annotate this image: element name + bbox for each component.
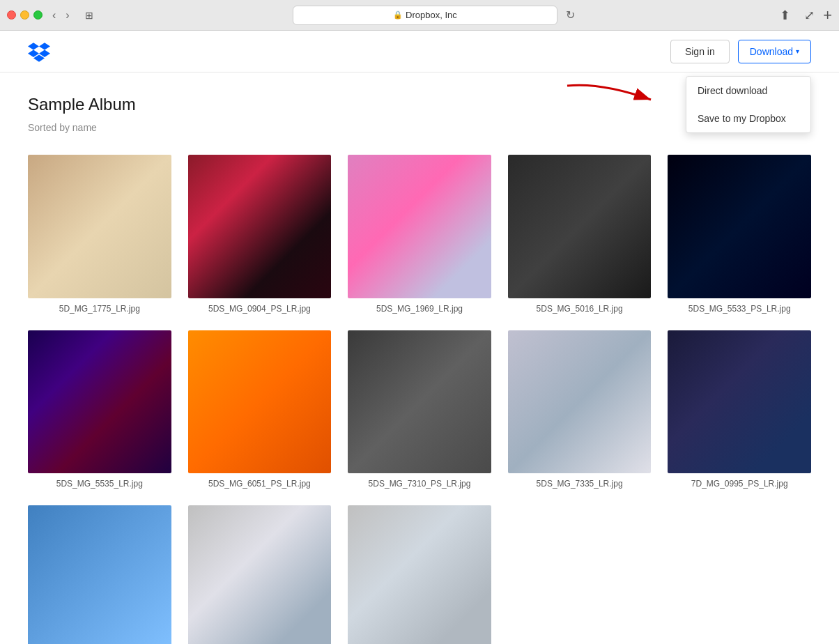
dropbox-logo-icon [28,40,50,63]
photo-item[interactable]: 5DS_MG_7335_LR.jpg [508,330,652,489]
photo-filename: 5DS_MG_6051_PS_LR.jpg [208,479,311,489]
photo-thumbnail [508,330,652,474]
fullscreen-button[interactable]: ⤢ [799,5,820,26]
photo-item[interactable]: 7D_MG_0995_PS_LR.jpg [668,330,811,489]
photo-filename: 5DS_MG_1969_LR.jpg [376,304,463,314]
maximize-window-button[interactable] [33,10,43,20]
browser-toolbar-right: ⬆ ⤢ + [774,5,832,26]
photo-item[interactable]: 5DS_MG_5016_LR.jpg [508,155,652,314]
photo-filename: 5DS_MG_7310_PS_LR.jpg [369,479,471,489]
download-caret: ▾ [796,47,799,55]
photo-thumbnail [188,155,332,298]
photo-filename: 7D_MG_0995_PS_LR.jpg [691,479,788,489]
photo-thumbnail [188,505,332,644]
photo-grid: 5D_MG_1775_LR.jpg5DS_MG_0904_PS_LR.jpg5D… [28,155,811,644]
photo-filename: 5DS_MG_5535_LR.jpg [56,479,143,489]
reload-button[interactable]: ↻ [560,6,580,25]
photo-thumbnail [188,330,332,474]
download-label: Download [750,46,793,57]
save-to-dropbox-option[interactable]: Save to my Dropbox [686,105,810,132]
photo-item[interactable]: 5D_MG_1775_LR.jpg [28,155,171,314]
browser-chrome: ‹ › ⊞ 🔒 Dropbox, Inc ↻ ⬆ ⤢ + [0,0,839,31]
address-bar[interactable]: 🔒 Dropbox, Inc [293,6,557,25]
url-text: Dropbox, Inc [406,10,457,20]
photo-filename: 5D_MG_1775_LR.jpg [59,304,140,314]
share-button[interactable]: ⬆ [774,5,796,26]
photo-thumbnail [348,155,491,298]
header-actions: Sign in Download ▾ Direct download Save … [670,40,811,63]
address-bar-container: 🔒 Dropbox, Inc ↻ [105,6,769,25]
photo-thumbnail [668,155,811,298]
photo-filename: 5DS_MG_5533_PS_LR.jpg [688,304,791,314]
signin-button[interactable]: Sign in [670,40,730,63]
tab-view-button[interactable]: ⊞ [79,7,99,24]
traffic-lights [7,10,43,20]
sort-label: Sorted by name [28,122,97,133]
photo-item[interactable]: 7D_MG_6233_PS_LR.jpg [188,505,332,644]
photo-item[interactable]: 7DmkII_H4A9869_LR.jpg [348,505,491,644]
app-header: Sign in Download ▾ Direct download Save … [0,31,839,72]
photo-item[interactable]: 5DS_MG_6051_PS_LR.jpg [188,330,332,489]
photo-item[interactable]: 5DS_MG_5533_PS_LR.jpg [668,155,811,314]
new-tab-button[interactable]: + [823,6,832,24]
lock-icon: 🔒 [393,10,403,20]
photo-thumbnail [348,330,491,474]
photo-item[interactable]: 5DS_MG_1969_LR.jpg [348,155,491,314]
dropbox-logo [28,40,50,63]
back-button[interactable]: ‹ [48,8,60,23]
photo-thumbnail [668,330,811,474]
photo-item[interactable]: 5DS_MG_5535_LR.jpg [28,330,171,489]
main-content: Sample Album Sorted by name ☰ 5D_MG_1775… [0,72,839,644]
photo-thumbnail [28,330,171,474]
download-dropdown-menu: Direct download Save to my Dropbox [686,76,811,133]
download-button[interactable]: Download ▾ [738,40,811,63]
photo-thumbnail [348,505,491,644]
photo-filename: 5DS_MG_0904_PS_LR.jpg [208,304,311,314]
photo-item[interactable]: 5DS_MG_7310_PS_LR.jpg [348,330,491,489]
minimize-window-button[interactable] [20,10,29,20]
close-window-button[interactable] [7,10,16,20]
photo-filename: 5DS_MG_5016_LR.jpg [537,304,623,314]
photo-item[interactable]: 7D_MG_5622_LR.jpg [28,505,171,644]
forward-button[interactable]: › [61,8,73,23]
photo-item[interactable]: 5DS_MG_0904_PS_LR.jpg [188,155,332,314]
nav-buttons: ‹ › [48,8,74,23]
photo-filename: 5DS_MG_7335_LR.jpg [537,479,623,489]
photo-thumbnail [28,505,171,644]
photo-thumbnail [28,155,171,298]
photo-thumbnail [508,155,652,298]
direct-download-option[interactable]: Direct download [686,77,810,105]
